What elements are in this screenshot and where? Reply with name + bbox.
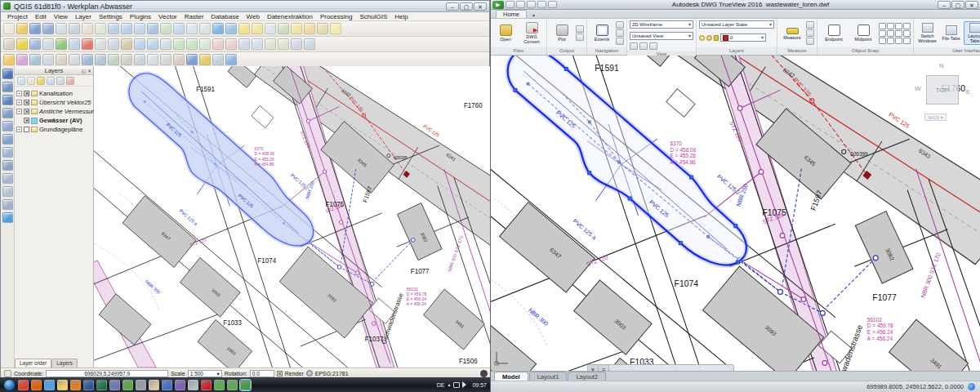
menu-database[interactable]: Database [207, 13, 242, 20]
menu-edit[interactable]: Edit [32, 13, 50, 20]
qgis-titlebar[interactable]: QGIS 61d81f0 - Werkplan Abwasser – ▢ ✕ [1, 1, 489, 12]
expand-all-icon[interactable] [47, 77, 55, 85]
qat-publish-icon[interactable] [537, 1, 546, 8]
add-group-icon[interactable] [17, 77, 25, 85]
save-project-icon[interactable] [29, 23, 41, 34]
close-button[interactable]: ✕ [965, 1, 978, 9]
apparent-snap-icon[interactable] [895, 38, 902, 44]
text-annotation-icon[interactable] [330, 23, 341, 34]
add-delimited-text-layer-icon[interactable] [2, 173, 13, 184]
render-checkbox[interactable]: ✕ [277, 371, 283, 376]
show-bookmarks-icon[interactable] [317, 23, 328, 34]
qat-preview-icon[interactable] [527, 1, 536, 8]
fill-ring-icon[interactable] [199, 38, 211, 50]
command-tools-icon[interactable]: ≡ [599, 365, 609, 371]
language-indicator[interactable]: DE [437, 382, 445, 388]
extension-snap-icon[interactable] [903, 23, 911, 29]
panel-tab-layers[interactable]: Layers [51, 359, 78, 368]
layer-visibility-checkbox[interactable]: ✕ [24, 118, 29, 123]
plot-preview-icon[interactable] [576, 33, 584, 41]
batch-plot-icon[interactable] [576, 25, 584, 33]
snap-settings-icon[interactable] [903, 38, 911, 44]
add-feature-icon[interactable] [56, 38, 67, 50]
midpoint-snap-button[interactable]: Midpoint [849, 24, 877, 42]
viewport-config-icon[interactable] [630, 42, 638, 50]
zoom-icon[interactable] [616, 29, 624, 37]
parallel-snap-icon[interactable] [903, 30, 911, 37]
qat-open-icon[interactable] [506, 1, 514, 8]
zoom-full-icon[interactable] [147, 23, 158, 34]
log-messages-button[interactable] [480, 370, 488, 377]
expander-icon[interactable]: + [16, 91, 22, 96]
maximize-button[interactable]: ▢ [951, 1, 964, 9]
perpendicular-snap-icon[interactable] [895, 30, 902, 37]
tab-layout2[interactable]: Layout2 [568, 372, 606, 381]
taskbar-item-adobe-reader[interactable] [201, 380, 212, 390]
move-feature-icon[interactable] [69, 38, 80, 50]
panel-tab-layer-order[interactable]: Layer order [15, 359, 51, 368]
layer-on-off-icon[interactable] [699, 35, 705, 41]
start-button[interactable] [3, 379, 16, 391]
layers-panel-buttons[interactable]: ◱ ✕ [82, 68, 91, 74]
zoom-to-selection-icon[interactable] [160, 23, 172, 34]
measure-line-icon[interactable] [278, 23, 289, 34]
menu-plugins[interactable]: Plugins [127, 13, 154, 20]
merge-features-icon[interactable] [291, 38, 302, 50]
zoom-out-icon[interactable] [121, 23, 132, 34]
processing-toolbox-icon[interactable] [173, 54, 185, 65]
layer-visibility-checkbox[interactable]: ✕ [24, 91, 29, 96]
menu-project[interactable]: Project [4, 13, 31, 20]
python-console-icon[interactable] [82, 54, 93, 65]
intersection-snap-icon[interactable] [895, 23, 902, 29]
copy-style-icon[interactable] [186, 54, 198, 65]
trueview-map-svg[interactable] [491, 56, 980, 371]
taskbar-item-blue-app[interactable] [162, 380, 172, 390]
new-bookmark-icon[interactable] [304, 23, 315, 34]
tab-model[interactable]: Model [494, 372, 528, 381]
taskbar-item-image-viewer[interactable] [149, 380, 159, 390]
coordinate-capture-icon[interactable] [121, 54, 132, 65]
switch-windows-button[interactable]: Switch Windows [916, 21, 938, 45]
delete-selected-icon[interactable] [82, 38, 93, 50]
plot-button[interactable]: Plot [550, 24, 574, 42]
osm-tools-icon[interactable] [225, 54, 237, 65]
viewcube-north[interactable]: N [939, 62, 944, 69]
current-edits-icon[interactable] [4, 370, 11, 377]
file-tabs-button[interactable]: File Tabs [940, 24, 962, 42]
add-oracle-layer-icon[interactable] [2, 199, 13, 210]
menu-raster[interactable]: Raster [181, 13, 207, 20]
taskbar-item-word[interactable] [83, 380, 94, 390]
copy-features-icon[interactable] [108, 38, 119, 50]
tab-layout1[interactable]: Layout1 [529, 372, 568, 381]
node-snap-icon[interactable] [887, 23, 894, 29]
menu-vector[interactable]: Vector [155, 13, 180, 20]
tray-expand-icon[interactable]: ▲ [448, 382, 452, 387]
layer-visibility-checkbox[interactable]: ✕ [24, 100, 29, 105]
measure-button[interactable]: Measure [780, 25, 804, 40]
zoom-in-icon[interactable] [108, 23, 119, 34]
expander-icon[interactable]: + [16, 100, 22, 105]
taskbar-item-communicator[interactable] [109, 380, 120, 390]
taskbar-item-dev-tool[interactable] [122, 380, 133, 390]
gps-tools-icon[interactable] [108, 54, 119, 65]
endpoint-snap-button[interactable]: Endpoint [820, 24, 848, 42]
cut-features-icon[interactable] [95, 38, 106, 50]
layer-item[interactable]: ✕Gewässer (AV) [16, 116, 93, 125]
id-point-icon[interactable] [806, 29, 814, 37]
layer-state-combo[interactable]: Unsaved Layer State▾ [699, 20, 774, 29]
menu-schulgis[interactable]: SchulGIS [357, 13, 391, 20]
paste-features-icon[interactable] [121, 38, 132, 50]
layer-visibility-checkbox[interactable]: ✕ [24, 109, 29, 114]
viewcube-top-face[interactable]: TOP [926, 75, 959, 105]
taskbar-item-internet-explorer[interactable] [44, 380, 55, 390]
layer-tree-icon[interactable] [212, 54, 224, 65]
minimize-button[interactable]: – [938, 1, 951, 9]
split-parts-icon[interactable] [278, 38, 289, 50]
viewcube-east[interactable]: E [966, 88, 970, 96]
taskbar-item-security-shield[interactable] [175, 380, 185, 390]
save-layer-edits-icon[interactable] [29, 38, 41, 50]
taskbar-item-dwg-trueview[interactable] [240, 380, 251, 390]
delete-part-icon[interactable] [225, 38, 237, 50]
refresh-icon[interactable] [212, 23, 224, 34]
open-project-icon[interactable] [16, 23, 28, 34]
